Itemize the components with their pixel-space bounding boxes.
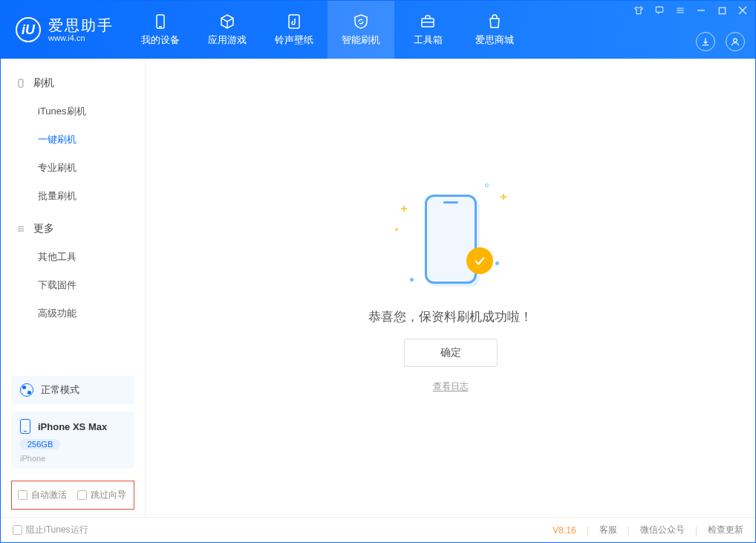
svg-rect-9 <box>719 7 725 13</box>
bag-icon <box>486 13 504 30</box>
download-button[interactable] <box>696 32 715 51</box>
checkbox-auto-activate[interactable]: 自动激活 <box>18 489 67 501</box>
dot-icon <box>410 278 414 282</box>
feedback-icon[interactable] <box>654 5 665 16</box>
svg-rect-4 <box>656 7 662 12</box>
mode-icon <box>20 383 33 397</box>
phone-illustration-icon <box>425 195 477 284</box>
checkbox-label: 自动激活 <box>31 489 67 501</box>
version-label: V8.16 <box>553 525 576 536</box>
app-site: www.i4.cn <box>48 33 114 42</box>
device-info-box[interactable]: iPhone XS Max 256GB iPhone <box>11 412 134 469</box>
success-message: 恭喜您，保资料刷机成功啦！ <box>368 308 532 325</box>
checkbox-box-icon <box>18 490 27 500</box>
mode-label: 正常模式 <box>41 383 79 397</box>
tab-store[interactable]: 爱思商城 <box>461 1 528 59</box>
tab-label: 爱思商城 <box>475 33 514 47</box>
dot-icon <box>495 261 499 265</box>
app-window: iU 爱思助手 www.i4.cn 我的设备 应用游戏 铃声壁纸 智能刷机 <box>0 0 756 543</box>
tab-label: 应用游戏 <box>208 33 247 47</box>
tab-flash[interactable]: 智能刷机 <box>328 1 394 59</box>
maximize-button[interactable] <box>717 5 727 16</box>
user-button[interactable] <box>726 32 745 51</box>
sidebar-section-label: 更多 <box>33 222 54 235</box>
device-mode-box[interactable]: 正常模式 <box>11 376 134 404</box>
sidebar-header-flash: 刷机 <box>1 69 145 97</box>
logo-icon: iU <box>16 17 41 42</box>
sidebar-item-oneclick-flash[interactable]: 一键刷机 <box>1 126 145 154</box>
success-illustration <box>395 183 506 295</box>
sidebar-item-batch-flash[interactable]: 批量刷机 <box>1 182 145 210</box>
flash-options-row: 自动激活 跳过向导 <box>11 481 134 510</box>
sidebar-item-pro-flash[interactable]: 专业刷机 <box>1 154 145 182</box>
tab-apps[interactable]: 应用游戏 <box>194 1 261 59</box>
dot-icon <box>395 228 398 231</box>
window-controls <box>633 5 748 16</box>
briefcase-icon <box>419 13 437 30</box>
separator: | <box>587 525 589 536</box>
svg-rect-13 <box>19 79 23 88</box>
check-badge-icon <box>466 247 493 274</box>
app-body: 刷机 iTunes刷机 一键刷机 专业刷机 批量刷机 更多 其他工具 下载固件 … <box>1 59 755 517</box>
wechat-link[interactable]: 微信公众号 <box>640 524 685 536</box>
view-log-link[interactable]: 查看日志 <box>433 380 469 393</box>
app-name: 爱思助手 <box>48 17 114 33</box>
tab-label: 铃声壁纸 <box>275 33 313 47</box>
tab-my-device[interactable]: 我的设备 <box>127 1 194 59</box>
minimize-button[interactable] <box>696 5 706 16</box>
sidebar-item-itunes-flash[interactable]: iTunes刷机 <box>1 97 145 126</box>
sidebar-section-label: 刷机 <box>33 77 54 90</box>
main-content: 恭喜您，保资料刷机成功啦！ 确定 查看日志 <box>146 59 755 517</box>
music-file-icon <box>285 13 303 30</box>
shield-refresh-icon <box>352 13 370 30</box>
separator: | <box>628 525 630 536</box>
sidebar-header-more: 更多 <box>1 215 145 243</box>
app-header: iU 爱思助手 www.i4.cn 我的设备 应用游戏 铃声壁纸 智能刷机 <box>1 1 755 59</box>
logo-block: iU 爱思助手 www.i4.cn <box>1 1 127 59</box>
cube-icon <box>218 13 236 30</box>
header-tabs: 我的设备 应用游戏 铃声壁纸 智能刷机 工具箱 爱思商城 <box>127 1 528 59</box>
sidebar-item-advanced[interactable]: 高级功能 <box>1 299 145 328</box>
tab-label: 智能刷机 <box>342 33 380 47</box>
tab-label: 工具箱 <box>414 33 443 47</box>
sidebar: 刷机 iTunes刷机 一键刷机 专业刷机 批量刷机 更多 其他工具 下载固件 … <box>1 59 146 517</box>
sidebar-item-other-tools[interactable]: 其他工具 <box>1 243 145 271</box>
dot-icon <box>485 183 489 187</box>
separator: | <box>695 525 697 536</box>
checkbox-box-icon <box>77 490 87 500</box>
storage-badge: 256GB <box>20 439 60 449</box>
header-right-icons <box>696 32 745 51</box>
sidebar-item-download-firmware[interactable]: 下载固件 <box>1 271 145 299</box>
tab-label: 我的设备 <box>141 33 180 47</box>
check-update-link[interactable]: 检查更新 <box>708 524 743 536</box>
tab-toolbox[interactable]: 工具箱 <box>394 1 461 59</box>
sparkle-icon <box>501 194 506 200</box>
checkbox-box-icon <box>13 525 22 535</box>
checkbox-label: 跳过向导 <box>91 489 126 501</box>
checkbox-block-itunes[interactable]: 阻止iTunes运行 <box>13 524 88 536</box>
sidebar-section-flash: 刷机 iTunes刷机 一键刷机 专业刷机 批量刷机 <box>1 69 145 215</box>
phone-icon <box>151 13 169 30</box>
footer-right: V8.16 | 客服 | 微信公众号 | 检查更新 <box>553 524 743 536</box>
status-bar: 阻止iTunes运行 V8.16 | 客服 | 微信公众号 | 检查更新 <box>1 517 755 542</box>
sidebar-section-more: 更多 其他工具 下载固件 高级功能 <box>1 215 145 332</box>
sparkle-icon <box>401 206 407 212</box>
phone-outline-icon <box>16 78 26 88</box>
checkbox-skip-guide[interactable]: 跳过向导 <box>77 489 126 501</box>
svg-rect-2 <box>289 15 299 28</box>
list-icon <box>16 224 26 234</box>
support-link[interactable]: 客服 <box>599 524 617 536</box>
svg-point-12 <box>734 39 737 42</box>
device-type: iPhone <box>20 454 45 463</box>
tab-ringtone[interactable]: 铃声壁纸 <box>261 1 328 59</box>
menu-icon[interactable] <box>675 5 685 16</box>
tshirt-icon[interactable] <box>633 5 644 16</box>
device-phone-icon <box>20 419 30 434</box>
checkbox-label: 阻止iTunes运行 <box>26 524 88 536</box>
ok-button[interactable]: 确定 <box>404 339 498 367</box>
device-name: iPhone XS Max <box>38 421 107 432</box>
close-button[interactable] <box>737 5 748 16</box>
logo-text: 爱思助手 www.i4.cn <box>48 17 114 42</box>
